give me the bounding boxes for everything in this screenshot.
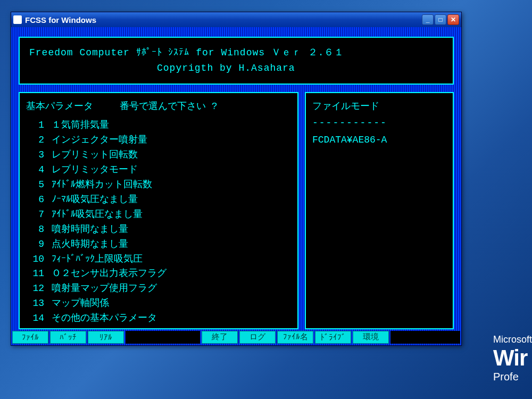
menu-num: 3	[26, 148, 52, 163]
env-button[interactable]: 環境	[353, 331, 389, 344]
button-spacer	[390, 331, 460, 344]
left-panel-title: 基本パラメータ	[26, 99, 93, 114]
menu-item[interactable]: 9点火時期なまし量	[26, 237, 291, 252]
header-box: Freedom Computer ｻﾎﾟｰﾄ ｼｽﾃﾑ for Windows …	[19, 37, 454, 85]
maximize-button[interactable]: □	[435, 14, 446, 25]
menu-label: その他の基本パラメータ	[52, 311, 157, 326]
menu-num: 14	[26, 311, 52, 326]
menu-item[interactable]: 12噴射量マップ使用フラグ	[26, 281, 291, 296]
drive-button[interactable]: ﾄﾞﾗｲﾌﾞ	[315, 331, 351, 344]
menu-num: 2	[26, 133, 52, 148]
menu-num: 11	[26, 267, 52, 281]
menu-num: 9	[26, 237, 52, 252]
menu-item[interactable]: 8噴射時間なまし量	[26, 222, 291, 237]
filename-button[interactable]: ﾌｧｲﾙ名	[277, 331, 313, 344]
menu-item[interactable]: 3レブリミット回転数	[26, 148, 291, 163]
app-icon	[13, 15, 22, 24]
panels-row: 基本パラメータ 番号で選んで下さい ? 1１気筒排気量 2インジェクター噴射量 …	[19, 92, 454, 329]
menu-label: ﾌｨｰﾄﾞﾊﾞｯｸ上限吸気圧	[52, 252, 143, 267]
menu-num: 1	[26, 118, 52, 133]
file-mode-title: ファイルモード	[312, 99, 446, 114]
menu-item[interactable]: 13マップ軸関係	[26, 296, 291, 311]
left-panel-header: 基本パラメータ 番号で選んで下さい ?	[26, 99, 291, 114]
menu-item[interactable]: 1１気筒排気量	[26, 118, 291, 133]
minimize-button[interactable]: _	[422, 14, 434, 25]
client-area: Freedom Computer ｻﾎﾟｰﾄ ｼｽﾃﾑ for Windows …	[11, 27, 461, 329]
menu-item[interactable]: 11Ｏ２センサ出力表示フラグ	[26, 267, 291, 281]
menu-label: 噴射時間なまし量	[52, 222, 128, 237]
menu-num: 5	[26, 178, 52, 193]
winxp-desktop-logo: Microsoft Wir Profe	[493, 334, 532, 383]
exit-button[interactable]: 終了	[202, 331, 238, 344]
window-controls: _ □ ✕	[422, 14, 459, 25]
bottom-button-bar: ﾌｧｲﾙ ﾊﾞｯﾁ ﾘｱﾙ 終了 ログ ﾌｧｲﾙ名 ﾄﾞﾗｲﾌﾞ 環境	[11, 329, 461, 345]
menu-item[interactable]: 4レブリミッタモード	[26, 163, 291, 178]
left-panel: 基本パラメータ 番号で選んで下さい ? 1１気筒排気量 2インジェクター噴射量 …	[19, 92, 298, 329]
menu-num: 8	[26, 222, 52, 237]
menu-label: マップ軸関係	[52, 296, 109, 311]
menu-num: 13	[26, 296, 52, 311]
left-panel-prompt: 番号で選んで下さい ?	[120, 99, 218, 114]
file-mode-divider: -----------	[312, 116, 446, 131]
log-button[interactable]: ログ	[239, 331, 276, 344]
menu-item[interactable]: 10ﾌｨｰﾄﾞﾊﾞｯｸ上限吸気圧	[26, 252, 291, 267]
real-button[interactable]: ﾘｱﾙ	[88, 331, 124, 344]
file-path: FCDATA¥AE86-A	[312, 133, 446, 148]
menu-num: 12	[26, 281, 52, 296]
menu-item[interactable]: 6ﾉｰﾏﾙ吸気圧なまし量	[26, 193, 291, 207]
close-button[interactable]: ✕	[447, 14, 459, 25]
menu-label: Ｏ２センサ出力表示フラグ	[52, 267, 167, 281]
menu-num: 4	[26, 163, 52, 178]
right-panel: ファイルモード ----------- FCDATA¥AE86-A	[305, 92, 454, 329]
menu-num: 7	[26, 207, 52, 222]
menu-item[interactable]: 2インジェクター噴射量	[26, 133, 291, 148]
window-title: FCSS for Windows	[25, 15, 422, 24]
menu-num: 6	[26, 193, 52, 207]
menu-label: インジェクター噴射量	[52, 133, 147, 148]
titlebar[interactable]: FCSS for Windows _ □ ✕	[11, 12, 461, 27]
app-window: FCSS for Windows _ □ ✕ Freedom Computer …	[11, 12, 462, 346]
button-spacer	[126, 331, 200, 344]
logo-windows: Wir	[493, 345, 532, 371]
menu-label: ｱｲﾄﾞﾙ吸気圧なまし量	[52, 207, 143, 222]
menu-label: 噴射量マップ使用フラグ	[52, 281, 157, 296]
menu-item[interactable]: 14その他の基本パラメータ	[26, 311, 291, 326]
logo-professional: Profe	[493, 371, 532, 383]
menu-label: ﾉｰﾏﾙ吸気圧なまし量	[52, 193, 138, 207]
menu-label: 点火時期なまし量	[52, 237, 128, 252]
file-button[interactable]: ﾌｧｲﾙ	[12, 331, 48, 344]
logo-microsoft: Microsoft	[493, 334, 532, 345]
menu-num: 10	[26, 252, 52, 267]
batch-button[interactable]: ﾊﾞｯﾁ	[50, 331, 86, 344]
menu-label: レブリミッタモード	[52, 163, 138, 178]
menu-item[interactable]: 7ｱｲﾄﾞﾙ吸気圧なまし量	[26, 207, 291, 222]
menu-label: レブリミット回転数	[52, 148, 138, 163]
header-line2: Copyrigth by H.Asahara	[29, 61, 443, 76]
menu-item[interactable]: 5ｱｲﾄﾞﾙ燃料カット回転数	[26, 178, 291, 193]
header-line1: Freedom Computer ｻﾎﾟｰﾄ ｼｽﾃﾑ for Windows …	[29, 45, 443, 61]
menu-label: １気筒排気量	[52, 118, 109, 133]
menu-label: ｱｲﾄﾞﾙ燃料カット回転数	[52, 178, 152, 193]
